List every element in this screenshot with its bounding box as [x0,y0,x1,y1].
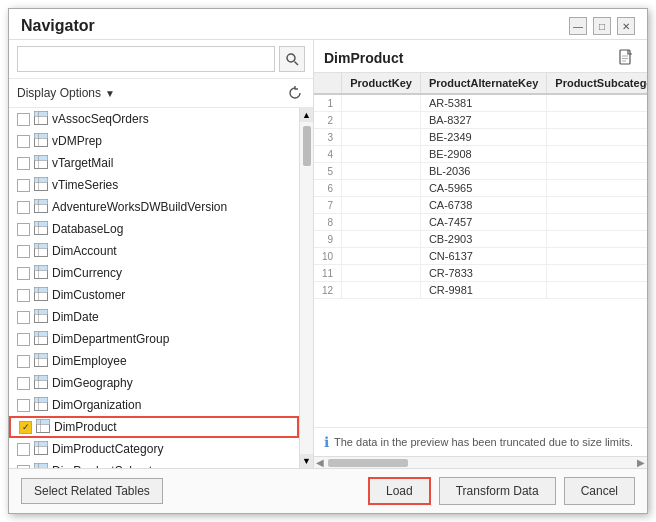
table-icon [34,441,52,458]
tree-item[interactable]: DimOrganization [9,394,299,416]
tree-item-checkbox[interactable] [17,355,30,368]
display-options-row[interactable]: Display Options ▼ [9,79,313,108]
tree-item-checkbox[interactable] [17,135,30,148]
tree-item[interactable]: vDMPrep [9,130,299,152]
tree-item-checkbox[interactable] [17,245,30,258]
table-row: 12CR-9981null [314,282,647,299]
table-icon [34,265,52,282]
cell-productkey [342,146,421,163]
cell-row-num: 1 [314,94,342,112]
tree-item-checkbox[interactable] [17,399,30,412]
tree-item[interactable]: DimDepartmentGroup [9,328,299,350]
tree-item-label: DatabaseLog [52,222,123,236]
scroll-thumb [303,126,311,166]
select-related-button[interactable]: Select Related Tables [21,478,163,504]
tree-item-checkbox[interactable] [17,179,30,192]
scroll-down-button[interactable]: ▼ [300,454,313,468]
cell-alternatekey: BL-2036 [420,163,546,180]
preview-header: DimProduct [314,40,647,73]
svg-rect-47 [35,353,48,358]
hscroll-left[interactable]: ◀ [316,457,324,468]
tree-item-checkbox[interactable] [19,421,32,434]
cell-productkey [342,94,421,112]
table-row: 6CA-5965null [314,180,647,197]
tree-item[interactable]: DimProductCategory [9,438,299,460]
tree-item-label: DimProduct [54,420,117,434]
vertical-scrollbar[interactable]: ▲ ▼ [299,108,313,468]
load-button[interactable]: Load [368,477,431,505]
table-icon [34,331,52,348]
dialog-body: Display Options ▼ vAssocSeqOrders [9,40,647,468]
cell-subcatkey [547,146,647,163]
hscroll-thumb[interactable] [328,459,408,467]
tree-item-checkbox[interactable] [17,333,30,346]
cell-alternatekey: CN-6137 [420,248,546,265]
tree-item-label: DimGeography [52,376,133,390]
search-button[interactable] [279,46,305,72]
tree-item[interactable]: DimCustomer [9,284,299,306]
tree-item[interactable]: DimGeography [9,372,299,394]
tree-item[interactable]: DimDate [9,306,299,328]
data-table: ProductKey ProductAlternateKey ProductSu… [314,73,647,299]
svg-rect-55 [35,397,48,402]
maximize-button[interactable]: □ [593,17,611,35]
cell-subcatkey [547,231,647,248]
svg-rect-23 [35,221,48,226]
cell-row-num: 8 [314,214,342,231]
tree-item[interactable]: DatabaseLog [9,218,299,240]
preview-icon-button[interactable] [617,48,637,68]
tree-item[interactable]: DimEmployee [9,350,299,372]
svg-rect-63 [35,441,48,446]
refresh-button[interactable] [285,83,305,103]
tree-item-checkbox[interactable] [17,223,30,236]
tree-item[interactable]: DimCurrency [9,262,299,284]
table-icon [34,463,52,469]
tree-item-checkbox[interactable] [17,377,30,390]
minimize-button[interactable]: — [569,17,587,35]
cell-alternatekey: CA-7457 [420,214,546,231]
cell-row-num: 12 [314,282,342,299]
tree-item-label: vDMPrep [52,134,102,148]
cell-alternatekey: CB-2903 [420,231,546,248]
svg-rect-11 [35,155,48,160]
tree-item[interactable]: vTargetMail [9,152,299,174]
tree-item[interactable]: vAssocSeqOrders [9,108,299,130]
scroll-up-button[interactable]: ▲ [300,108,313,122]
tree-item-checkbox[interactable] [17,157,30,170]
truncated-message: ℹ The data in the preview has been trunc… [314,427,647,456]
cell-productkey [342,231,421,248]
close-button[interactable]: ✕ [617,17,635,35]
cell-subcatkey [547,180,647,197]
tree-item[interactable]: AdventureWorksDWBuildVersion [9,196,299,218]
svg-point-0 [287,54,295,62]
table-row: 5BL-2036null [314,163,647,180]
cancel-button[interactable]: Cancel [564,477,635,505]
left-pane: Display Options ▼ vAssocSeqOrders [9,40,314,468]
hscroll-right[interactable]: ▶ [637,457,645,468]
horizontal-scrollbar[interactable]: ◀ ▶ [314,456,647,468]
tree-item-checkbox[interactable] [17,201,30,214]
svg-rect-31 [35,265,48,270]
cell-alternatekey: CR-9981 [420,282,546,299]
tree-item-checkbox[interactable] [17,267,30,280]
table-row: 1AR-5381null [314,94,647,112]
tree-item-label: DimDate [52,310,99,324]
tree-item-checkbox[interactable] [17,311,30,324]
cell-subcatkey [547,197,647,214]
tree-item[interactable]: DimAccount [9,240,299,262]
tree-item[interactable]: DimProductSubcategory [9,460,299,468]
refresh-icon [287,85,303,101]
transform-data-button[interactable]: Transform Data [439,477,556,505]
cell-productkey [342,180,421,197]
tree-item-checkbox[interactable] [17,443,30,456]
cell-row-num: 4 [314,146,342,163]
tree-item-label: vTargetMail [52,156,113,170]
tree-item[interactable]: DimProduct [9,416,299,438]
tree-item[interactable]: vTimeSeries [9,174,299,196]
dialog-footer: Select Related Tables Load Transform Dat… [9,468,647,513]
tree-item-checkbox[interactable] [17,465,30,469]
search-input[interactable] [17,46,275,72]
tree-item-checkbox[interactable] [17,113,30,126]
search-icon [285,52,299,66]
tree-item-checkbox[interactable] [17,289,30,302]
